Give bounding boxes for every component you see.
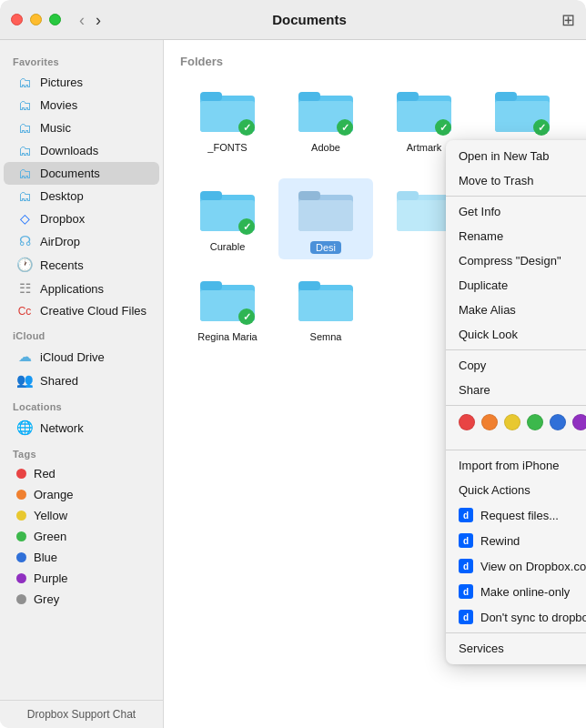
cm-make-online-only[interactable]: d Make online-only xyxy=(446,579,586,604)
cm-make-online-label: Make online-only xyxy=(480,585,570,599)
sidebar-item-tag-purple[interactable]: Purple xyxy=(4,568,159,589)
maximize-button[interactable] xyxy=(49,14,61,25)
sidebar-item-tag-blue[interactable]: Blue xyxy=(4,547,159,568)
cm-quick-actions[interactable]: Quick Actions › xyxy=(446,478,586,502)
dropbox-icon: d xyxy=(459,508,473,522)
cm-tag-orange[interactable] xyxy=(481,414,498,430)
sidebar-item-music[interactable]: 🗂 Music xyxy=(4,116,159,139)
cm-tags-dots[interactable] xyxy=(446,436,586,447)
nav-buttons: ‹ › xyxy=(76,10,105,30)
sidebar-label-applications: Applications xyxy=(40,282,104,296)
cm-make-online-left: d Make online-only xyxy=(459,584,570,599)
cm-tag-green[interactable] xyxy=(527,414,543,430)
folder-icon-wrap: ✓ xyxy=(198,184,257,237)
sidebar-label-shared: Shared xyxy=(40,374,78,388)
sidebar-item-tag-yellow[interactable]: Yellow xyxy=(4,505,159,526)
cm-dont-sync[interactable]: d Don't sync to dropbox.com xyxy=(446,604,586,630)
sidebar-item-documents[interactable]: 🗂 Documents xyxy=(4,162,159,185)
folder-item-fonts[interactable]: ✓ _FONTS xyxy=(180,79,275,169)
cc-icon: Cc xyxy=(16,305,33,318)
cm-compress[interactable]: Compress "Design" xyxy=(446,248,586,273)
sidebar-label-icloud-drive: iCloud Drive xyxy=(40,350,105,364)
minimize-button[interactable] xyxy=(30,14,42,25)
cm-request-files[interactable]: d Request files... xyxy=(446,502,586,528)
cm-rewind[interactable]: d Rewind xyxy=(446,528,586,553)
folder-icon: 🗂 xyxy=(16,166,33,181)
folder-icon-wrap xyxy=(297,184,355,237)
tag-dot-blue xyxy=(16,552,26,562)
cm-tag-blue[interactable] xyxy=(550,414,566,430)
sidebar: Favorites 🗂 Pictures 🗂 Movies 🗂 Music 🗂 … xyxy=(0,40,164,728)
tag-dot-yellow xyxy=(16,511,26,521)
sidebar-item-creativecloud[interactable]: Cc Creative Cloud Files xyxy=(4,300,159,321)
cm-share-label: Share xyxy=(459,383,490,397)
folder-svg xyxy=(297,274,355,323)
dropbox-support-chat[interactable]: Dropbox Support Chat xyxy=(0,700,163,728)
cm-open-new-tab[interactable]: Open in New Tab xyxy=(446,144,586,168)
cm-tag-purple[interactable] xyxy=(572,414,586,430)
sidebar-item-tag-green[interactable]: Green xyxy=(4,526,159,547)
sidebar-item-downloads[interactable]: 🗂 Downloads xyxy=(4,139,159,162)
sidebar-label-airdrop: AirDrop xyxy=(40,235,80,248)
cm-rename[interactable]: Rename xyxy=(446,224,586,248)
cm-move-trash[interactable]: Move to Trash xyxy=(446,168,586,193)
context-menu: Open in New Tab Move to Trash Get Info R… xyxy=(446,140,586,664)
sidebar-label-network: Network xyxy=(40,421,84,435)
folder-icon-wrap xyxy=(297,274,355,327)
close-button[interactable] xyxy=(11,14,23,25)
cm-services[interactable]: Services › xyxy=(446,636,586,661)
sidebar-label-movies: Movies xyxy=(40,98,77,112)
cm-duplicate[interactable]: Duplicate xyxy=(446,273,586,298)
cm-copy[interactable]: Copy xyxy=(446,353,586,378)
sidebar-label-green: Green xyxy=(34,530,66,543)
folder-item-reginamaria[interactable]: ✓ Regina Maria xyxy=(180,268,275,348)
forward-button[interactable]: › xyxy=(92,10,105,30)
folder-svg xyxy=(297,184,355,233)
cm-rewind-label: Rewind xyxy=(480,534,520,548)
folder-item-adobe[interactable]: ✓ Adobe xyxy=(278,79,373,169)
cm-view-dropbox[interactable]: d View on Dropbox.com xyxy=(446,553,586,579)
cm-tag-red[interactable] xyxy=(459,414,475,430)
cm-quick-look[interactable]: Quick Look xyxy=(446,322,586,347)
folder-icon-wrap xyxy=(395,184,453,237)
clock-icon: 🕐 xyxy=(16,257,33,273)
tag-dot-red xyxy=(16,469,26,479)
cm-quick-look-label: Quick Look xyxy=(459,328,518,341)
sidebar-item-shared[interactable]: 👥 Shared xyxy=(4,369,159,392)
sidebar-item-icloud-drive[interactable]: ☁ iCloud Drive xyxy=(4,345,159,369)
folder-check: ✓ xyxy=(337,119,353,136)
cm-tag-yellow[interactable] xyxy=(504,414,520,430)
sidebar-item-applications[interactable]: ☷ Applications xyxy=(4,277,159,300)
sidebar-item-tag-orange[interactable]: Orange xyxy=(4,484,159,505)
cm-separator-2 xyxy=(446,349,586,350)
svg-rect-20 xyxy=(397,200,451,231)
sidebar-label-pictures: Pictures xyxy=(40,76,83,89)
sidebar-item-airdrop[interactable]: ☊ AirDrop xyxy=(4,229,159,253)
sidebar-item-network[interactable]: 🌐 Network xyxy=(4,416,159,440)
grid-view-button[interactable]: ⊞ xyxy=(561,10,575,30)
folder-item-curable[interactable]: ✓ Curable xyxy=(180,178,275,259)
back-button[interactable]: ‹ xyxy=(76,10,88,30)
svg-rect-13 xyxy=(200,191,222,200)
folder-item-semna[interactable]: Semna xyxy=(278,268,373,348)
cm-share[interactable]: Share › xyxy=(446,378,586,402)
sidebar-item-pictures[interactable]: 🗂 Pictures xyxy=(4,71,159,94)
sidebar-item-recents[interactable]: 🕐 Recents xyxy=(4,253,159,277)
sidebar-label-documents: Documents xyxy=(40,167,100,180)
cm-view-dropbox-label: View on Dropbox.com xyxy=(480,560,586,573)
folder-name: Semna xyxy=(310,331,342,342)
folder-icon-wrap: ✓ xyxy=(395,85,453,137)
shared-icon: 👥 xyxy=(16,372,33,389)
cm-get-info[interactable]: Get Info xyxy=(446,199,586,224)
sidebar-item-tag-red[interactable]: Red xyxy=(4,463,159,484)
cm-open-new-tab-label: Open in New Tab xyxy=(459,149,550,163)
cm-import-iphone[interactable]: Import from iPhone › xyxy=(446,453,586,478)
cm-tags-row xyxy=(446,409,586,436)
sidebar-item-dropbox[interactable]: ◇ Dropbox xyxy=(4,207,159,229)
sidebar-item-movies[interactable]: 🗂 Movies xyxy=(4,94,159,116)
sidebar-item-tag-grey[interactable]: Grey xyxy=(4,589,159,610)
icloud-section-label: iCloud xyxy=(0,321,163,345)
folder-item-design[interactable]: Desi xyxy=(278,178,373,259)
cm-make-alias[interactable]: Make Alias xyxy=(446,298,586,322)
sidebar-item-desktop[interactable]: 🗂 Desktop xyxy=(4,185,159,207)
